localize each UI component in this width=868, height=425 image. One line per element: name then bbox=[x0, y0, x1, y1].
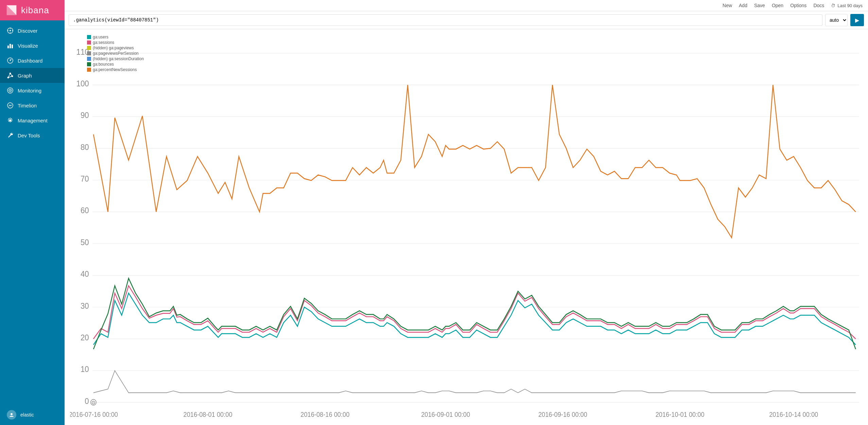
svg-text:90: 90 bbox=[81, 111, 89, 120]
svg-text:⊙: ⊙ bbox=[91, 400, 96, 405]
line-percent-new-sessions bbox=[93, 85, 856, 238]
chart-svg: 110 100 90 80 70 60 50 40 30 20 bbox=[70, 35, 863, 422]
save-button[interactable]: Save bbox=[754, 3, 765, 8]
sidebar-item-graph[interactable]: Graph bbox=[0, 68, 65, 83]
svg-rect-8 bbox=[7, 46, 9, 48]
kibana-logo-icon bbox=[5, 4, 18, 16]
add-button[interactable]: Add bbox=[739, 3, 747, 8]
legend-color-session-duration bbox=[87, 57, 91, 61]
chart-area: ga:users ga:sessions (hidden) ga:pagevie… bbox=[65, 29, 868, 425]
chart-legend: ga:users ga:sessions (hidden) ga:pagevie… bbox=[87, 35, 144, 72]
line-bounces bbox=[93, 278, 856, 349]
svg-rect-9 bbox=[10, 44, 11, 48]
sidebar-item-label: Monitoring bbox=[18, 88, 41, 94]
legend-label-bounces: ga:bounces bbox=[93, 62, 114, 67]
svg-text:2016-10-01 00:00: 2016-10-01 00:00 bbox=[656, 411, 705, 418]
sidebar-item-monitoring[interactable]: Monitoring bbox=[0, 83, 65, 98]
docs-button[interactable]: Docs bbox=[813, 3, 824, 8]
top-bar: New Add Save Open Options Docs ⏱ Last 90… bbox=[65, 0, 868, 11]
svg-text:2016-09-16 00:00: 2016-09-16 00:00 bbox=[538, 411, 587, 418]
legend-item-sessions[interactable]: ga:sessions bbox=[87, 40, 144, 45]
svg-point-12 bbox=[10, 60, 11, 61]
legend-item-users[interactable]: ga:users bbox=[87, 35, 144, 39]
legend-label-percent-new-sessions: ga:percentNewSessions bbox=[93, 67, 137, 72]
line-pageviews-per-session bbox=[93, 371, 856, 393]
legend-label-users: ga:users bbox=[93, 35, 108, 39]
open-button[interactable]: Open bbox=[772, 3, 783, 8]
svg-point-3 bbox=[10, 30, 11, 31]
interval-select[interactable]: auto 1m 5m 1h 1d bbox=[825, 14, 848, 26]
legend-item-bounces[interactable]: ga:bounces bbox=[87, 62, 144, 67]
svg-rect-10 bbox=[12, 45, 13, 48]
svg-text:100: 100 bbox=[76, 79, 89, 88]
svg-text:60: 60 bbox=[81, 206, 89, 215]
svg-text:40: 40 bbox=[81, 270, 89, 279]
dashboard-icon bbox=[7, 57, 14, 64]
svg-text:10: 10 bbox=[81, 365, 89, 374]
time-filter-label: Last 90 days bbox=[837, 3, 863, 8]
new-button[interactable]: New bbox=[723, 3, 732, 8]
clock-icon: ⏱ bbox=[831, 3, 835, 8]
legend-color-pageviews-per-session bbox=[87, 51, 91, 55]
timelion-icon bbox=[7, 102, 14, 109]
sidebar-item-discover[interactable]: Discover bbox=[0, 23, 65, 38]
svg-point-24 bbox=[11, 413, 13, 415]
query-input[interactable] bbox=[69, 14, 822, 26]
svg-text:2016-08-16 00:00: 2016-08-16 00:00 bbox=[300, 411, 349, 418]
legend-color-bounces bbox=[87, 62, 91, 66]
bar-chart-icon bbox=[7, 42, 14, 49]
chart-container: ga:users ga:sessions (hidden) ga:pagevie… bbox=[70, 35, 863, 422]
svg-text:2016-07-16 00:00: 2016-07-16 00:00 bbox=[70, 411, 118, 418]
sidebar-item-label: Graph bbox=[18, 73, 32, 79]
legend-color-users bbox=[87, 35, 91, 39]
legend-item-pageviews-per-session[interactable]: ga:pageviewsPerSession bbox=[87, 51, 144, 56]
user-label: elastic bbox=[20, 412, 34, 418]
options-button[interactable]: Options bbox=[790, 3, 806, 8]
legend-label-pageviews-per-session: ga:pageviewsPerSession bbox=[93, 51, 139, 56]
time-filter[interactable]: ⏱ Last 90 days bbox=[831, 3, 863, 8]
svg-point-21 bbox=[10, 90, 11, 91]
monitoring-icon bbox=[7, 87, 14, 94]
sidebar-footer-user[interactable]: elastic bbox=[0, 405, 65, 425]
run-button[interactable]: ▶ bbox=[850, 14, 864, 26]
sidebar-item-label: Discover bbox=[18, 28, 37, 34]
wrench-icon bbox=[7, 132, 14, 139]
top-bar-actions: New Add Save Open Options Docs ⏱ Last 90… bbox=[723, 3, 863, 8]
main-content: New Add Save Open Options Docs ⏱ Last 90… bbox=[65, 0, 868, 425]
sidebar: kibana Discover bbox=[0, 0, 65, 425]
svg-text:0: 0 bbox=[85, 396, 89, 406]
legend-item-pageviews[interactable]: (hidden) ga:pageviews bbox=[87, 46, 144, 50]
legend-item-percent-new-sessions[interactable]: ga:percentNewSessions bbox=[87, 67, 144, 72]
line-users bbox=[93, 293, 856, 345]
sidebar-item-label: Timelion bbox=[18, 103, 37, 108]
sidebar-item-timelion[interactable]: Timelion bbox=[0, 98, 65, 113]
compass-icon bbox=[7, 27, 14, 34]
svg-text:20: 20 bbox=[81, 333, 89, 342]
gear-icon bbox=[7, 117, 14, 124]
svg-line-17 bbox=[10, 73, 12, 76]
svg-text:80: 80 bbox=[81, 142, 89, 152]
sidebar-item-label: Management bbox=[18, 118, 48, 123]
sidebar-item-devtools[interactable]: Dev Tools bbox=[0, 128, 65, 143]
legend-item-session-duration[interactable]: (hidden) ga:sessionDuration bbox=[87, 56, 144, 61]
sidebar-logo[interactable]: kibana bbox=[0, 0, 65, 20]
search-bar: auto 1m 5m 1h 1d ▶ bbox=[65, 11, 868, 29]
sidebar-item-label: Dashboard bbox=[18, 58, 42, 64]
svg-text:2016-10-14 00:00: 2016-10-14 00:00 bbox=[769, 411, 818, 418]
svg-text:30: 30 bbox=[81, 301, 89, 310]
svg-text:50: 50 bbox=[81, 238, 89, 247]
svg-point-23 bbox=[9, 119, 11, 121]
svg-text:2016-08-01 00:00: 2016-08-01 00:00 bbox=[184, 411, 232, 418]
logo-text: kibana bbox=[21, 5, 49, 16]
sidebar-item-dashboard[interactable]: Dashboard bbox=[0, 53, 65, 68]
legend-label-sessions: ga:sessions bbox=[93, 40, 114, 45]
svg-text:2016-09-01 00:00: 2016-09-01 00:00 bbox=[421, 411, 470, 418]
legend-label-pageviews: (hidden) ga:pageviews bbox=[93, 46, 134, 50]
sidebar-item-management[interactable]: Management bbox=[0, 113, 65, 128]
svg-text:70: 70 bbox=[81, 174, 89, 183]
sidebar-item-label: Visualize bbox=[18, 43, 38, 49]
avatar bbox=[7, 410, 16, 420]
graph-icon bbox=[7, 72, 14, 79]
sidebar-item-visualize[interactable]: Visualize bbox=[0, 38, 65, 53]
legend-color-percent-new-sessions bbox=[87, 68, 91, 72]
